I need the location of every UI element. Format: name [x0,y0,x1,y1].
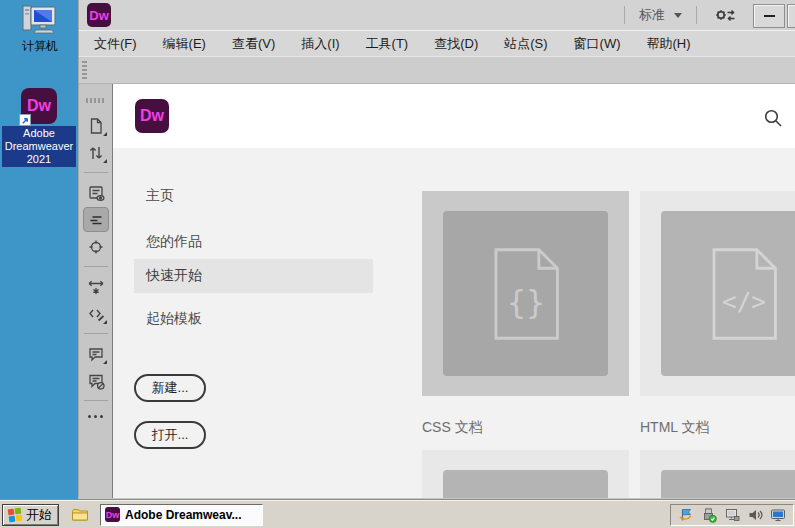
dreamweaver-window: Dw 标准 [78,0,795,499]
svg-text:</>: </> [722,286,766,315]
desktop-icon-computer[interactable]: 计算机 [8,3,72,55]
toolbar-drag-handle[interactable] [82,61,87,81]
display-icon[interactable] [770,507,786,523]
fluid-layout-icon[interactable] [83,274,109,299]
dw-app-icon: Dw [105,507,120,522]
new-button[interactable]: 新建... [134,374,206,402]
open-button[interactable]: 打开... [134,421,206,449]
welcome-body: 主页 您的作品 快速开始 起始模板 新建... 打开... { [113,148,795,498]
search-icon[interactable] [763,108,784,129]
menu-file[interactable]: 文件(F) [87,35,144,53]
toolbar-drag-handle[interactable] [86,98,106,103]
workspace-label: 标准 [639,6,665,24]
nav-home[interactable]: 主页 [146,187,174,205]
gear-icon [716,10,726,20]
workspace-switcher[interactable]: 标准 [625,6,696,24]
file-transfer-icon[interactable] [83,140,109,165]
css-document-icon: {} [443,211,608,376]
system-tray [670,504,794,526]
outline-format-icon[interactable] [83,207,109,232]
card-html-document[interactable]: </> HTML 文档 [640,191,795,437]
minimize-icon [764,15,775,17]
desktop-icon-label: Adobe Dreamweaver 2021 [2,126,76,167]
edit-code-icon[interactable] [83,301,109,326]
sync-settings-button[interactable] [713,5,737,25]
minimize-button[interactable] [753,4,785,28]
more-options-icon[interactable] [88,415,103,418]
apply-comment-icon[interactable] [83,341,109,366]
computer-icon [20,3,60,37]
shortcut-arrow-icon [19,114,31,126]
svg-text:{}: {} [507,283,545,319]
chevron-down-icon [674,13,682,18]
maximize-button[interactable] [787,4,795,28]
target-icon[interactable] [83,234,109,259]
toolbar-separator [84,266,108,267]
swap-arrows-icon [728,11,735,21]
menubar: 文件(F) 编辑(E) 查看(V) 插入(I) 工具(T) 查找(D) 站点(S… [79,30,795,56]
card-css-document[interactable]: {} CSS 文档 [422,191,629,437]
usb-device-icon[interactable] [701,507,717,523]
taskbar-item-label: Adobe Dreamweav... [125,508,241,522]
welcome-header: Dw [113,84,795,148]
new-document-icon[interactable] [83,113,109,138]
volume-icon[interactable] [747,507,763,523]
titlebar[interactable]: Dw 标准 [79,0,795,30]
card-label: CSS 文档 [422,419,629,437]
quick-launch-folder-icon[interactable] [71,507,89,523]
toolbar-separator [84,400,108,401]
menu-tools[interactable]: 工具(T) [359,35,416,53]
start-button[interactable]: 开始 [2,504,59,526]
titlebar-separator [696,6,697,24]
menu-window[interactable]: 窗口(W) [567,35,628,53]
desktop-icon-dreamweaver[interactable]: Dw Adobe Dreamweaver 2021 [1,88,77,167]
dw-app-icon: Dw [87,3,111,27]
nav-quick-start[interactable]: 快速开始 [134,259,373,293]
card-label: HTML 文档 [640,419,795,437]
live-view-options-icon[interactable] [83,180,109,205]
menu-insert[interactable]: 插入(I) [294,35,346,53]
menu-edit[interactable]: 编辑(E) [156,35,213,53]
menu-find[interactable]: 查找(D) [427,35,485,53]
toolbar-separator [84,333,108,334]
menu-site[interactable]: 站点(S) [497,35,554,53]
taskbar-item-dreamweaver[interactable]: Dw Adobe Dreamweav... [100,504,263,526]
start-label: 开始 [26,506,52,524]
taskbar: 开始 Dw Adobe Dreamweav... [0,500,795,528]
network-icon[interactable] [724,507,740,523]
common-toolbar [79,84,112,498]
dw-logo: Dw [135,99,169,133]
html-document-icon: </> [661,211,795,376]
card-partial[interactable] [640,450,795,498]
desktop-icon-label: 计算机 [22,38,58,55]
remove-comment-icon[interactable] [83,368,109,393]
nav-starter-templates[interactable]: 起始模板 [146,310,202,328]
card-partial[interactable] [422,450,629,498]
action-center-icon[interactable] [678,507,694,523]
windows-logo-icon [7,507,23,523]
document-toolbar [79,56,795,84]
dreamweaver-app-icon: Dw [21,88,57,124]
menu-view[interactable]: 查看(V) [225,35,282,53]
toolbar-separator [84,172,108,173]
welcome-screen: Dw 主页 您的作品 快速开始 起始模板 新建... 打开... [112,84,795,498]
menu-help[interactable]: 帮助(H) [640,35,698,53]
nav-your-work[interactable]: 您的作品 [146,233,202,251]
